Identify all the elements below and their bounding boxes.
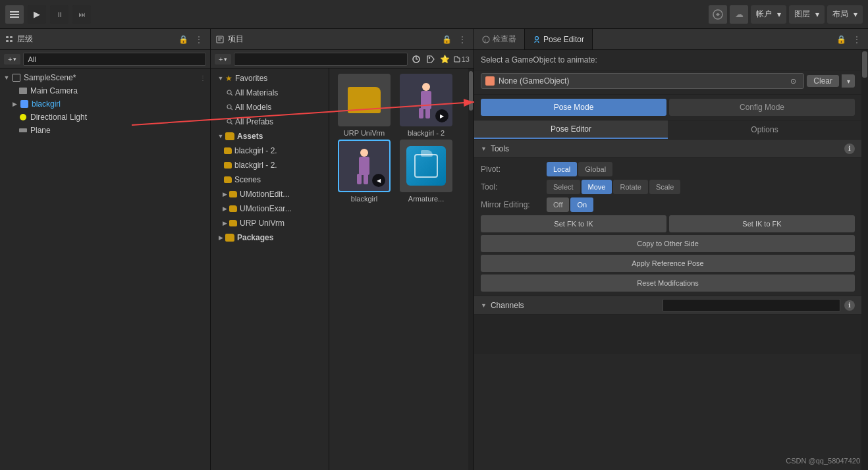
tool-scale-btn[interactable]: Scale (649, 180, 681, 194)
pivot-global-btn[interactable]: Global (578, 162, 612, 176)
asset-item-urp-univrm[interactable]: URP UniVrm (335, 74, 394, 137)
project-icon2-btn[interactable] (425, 53, 437, 65)
clear-button[interactable]: Clear (807, 75, 839, 87)
favorites-expand: ▼ (216, 75, 225, 82)
reset-mods-btn[interactable]: Reset Modifcations (481, 274, 855, 292)
channels-info-btn[interactable]: ℹ (844, 300, 855, 311)
tab-inspector[interactable]: i 检查器 (474, 29, 525, 49)
scene-icon (12, 73, 21, 82)
channels-content (474, 315, 861, 354)
umotion-exar-folder-icon (229, 205, 237, 212)
char-leg-l-2 (357, 174, 362, 184)
project-icon1-btn[interactable] (410, 53, 422, 65)
asset-item-armature[interactable]: Armature... (396, 140, 456, 203)
umotion-edit-folder-icon (229, 191, 237, 197)
tools-content: Pivot: Local Global Tool: Select Move Ro… (474, 158, 861, 296)
project-more-btn[interactable]: ⋮ (456, 34, 468, 45)
tool-rotate-btn[interactable]: Rotate (613, 180, 647, 194)
collab-button[interactable] (709, 5, 727, 24)
right-panel-scrollbar[interactable] (861, 50, 868, 470)
scene-name: SampleScene* (24, 73, 76, 82)
assets-header[interactable]: ▼ Assets (211, 129, 329, 144)
armature-pkg-box (406, 146, 446, 186)
hierarchy-item-directional-light[interactable]: Directional Light (0, 111, 210, 124)
project-icon3-btn[interactable]: ⭐ (439, 53, 451, 65)
pt-all-models[interactable]: All Models (211, 100, 329, 115)
layout-group: 布局 ▾ (827, 5, 863, 24)
pt-umotion-exar[interactable]: ▶ UMotionExar... (211, 201, 329, 216)
go-dropdown-btn[interactable]: ▾ (842, 74, 855, 88)
asset-item-blackgirl2[interactable]: ▶ blackgirl - 2 (396, 74, 456, 137)
asset-item-blackgirl[interactable]: ◀ blackgirl (335, 140, 394, 203)
tag2-icon (454, 56, 460, 63)
pe-tab-pose[interactable]: Pose Editor (474, 120, 668, 139)
tools-section-title: Tools (491, 144, 840, 153)
play-button[interactable]: ▶ (28, 5, 46, 24)
hierarchy-scene-item[interactable]: ▼ SampleScene* ⋮ (0, 71, 210, 84)
packages-header[interactable]: ▶ Packages (211, 230, 329, 245)
set-fk-to-ik-btn[interactable]: Set FK to IK (481, 215, 666, 232)
pose-mode-btn[interactable]: Pose Mode (481, 99, 666, 116)
project-lock-btn[interactable]: 🔒 (441, 34, 452, 45)
scene-expand-icon: ▼ (3, 74, 11, 82)
hierarchy-item-blackgirl[interactable]: ▶ blackgirl (0, 97, 210, 111)
go-pick-btn[interactable]: ⊙ (786, 74, 800, 88)
tab-pose-editor[interactable]: Pose Editor (525, 29, 593, 49)
project-add-btn[interactable]: +▾ (215, 54, 231, 65)
copy-other-side-btn[interactable]: Copy to Other Side (481, 235, 855, 252)
pt-blackgirl-2[interactable]: blackgirl - 2. (211, 158, 329, 172)
urp-univrm-asset-label: URP UniVrm (344, 129, 385, 137)
pt-scenes[interactable]: Scenes (211, 172, 329, 187)
right-lock-btn[interactable]: 🔒 (835, 34, 847, 45)
char-body-2 (359, 157, 369, 175)
right-more-btn[interactable]: ⋮ (851, 34, 863, 45)
pt-urp-univrm[interactable]: ▶ URP UniVrm (211, 216, 329, 230)
svg-point-13 (227, 90, 231, 94)
account-label: 帐户 (756, 9, 772, 20)
tab-spacer (593, 29, 830, 49)
panel-right-tabs: i 检查器 Pose Editor 🔒 ⋮ (474, 29, 868, 50)
set-ik-to-fk-btn[interactable]: Set IK to FK (669, 215, 855, 232)
step-button[interactable]: ⏭ (72, 5, 91, 24)
pe-tab-options[interactable]: Options (668, 120, 861, 139)
project-header: 项目 🔒 ⋮ (211, 29, 474, 50)
pivot-local-btn[interactable]: Local (547, 162, 577, 176)
armature-asset-label: Armature... (408, 195, 444, 203)
mirror-on-btn[interactable]: On (570, 197, 593, 212)
hierarchy-more-btn[interactable]: ⋮ (193, 34, 205, 45)
svg-rect-4 (6, 36, 9, 38)
pt-all-materials[interactable]: All Materials (211, 86, 329, 100)
apply-ref-pose-btn[interactable]: Apply Reference Pose (481, 255, 855, 272)
pause-button[interactable]: ⏸ (50, 5, 68, 24)
favorites-label: Favorites (235, 74, 267, 83)
hierarchy-item-main-camera[interactable]: Main Camera (0, 84, 210, 97)
channels-search-input[interactable] (663, 299, 840, 312)
tool-buttons: Select Move Rotate Scale (547, 180, 680, 194)
hierarchy-add-btn[interactable]: +▾ (4, 54, 20, 65)
favorites-header[interactable]: ▼ ★ Favorites (211, 71, 329, 86)
pivot-buttons: Local Global (547, 162, 612, 176)
hierarchy-search-input[interactable] (23, 53, 206, 66)
project-scrollbar[interactable] (468, 68, 474, 470)
project-search-input[interactable] (234, 53, 407, 66)
hierarchy-item-plane[interactable]: Plane (0, 124, 210, 137)
blackgirl2-asset-label: blackgirl - 2 (408, 129, 445, 137)
hierarchy-lock-btn[interactable]: 🔒 (177, 34, 189, 45)
cloud-button[interactable]: ☁ (730, 5, 748, 24)
back-overlay-2: ◀ (372, 174, 385, 187)
pt-blackgirl-1[interactable]: blackgirl - 2. (211, 144, 329, 158)
tool-move-btn[interactable]: Move (582, 180, 612, 194)
tools-info-btn[interactable]: ℹ (844, 144, 855, 154)
search-icon-1 (227, 90, 233, 96)
svg-point-15 (227, 105, 231, 109)
pt-umotion-edit[interactable]: ▶ UMotionEdit... (211, 187, 329, 201)
mirror-off-btn[interactable]: Off (547, 197, 569, 212)
pt-all-prefabs[interactable]: All Prefabs (211, 115, 329, 129)
armature-pkg-inner (414, 154, 438, 178)
directional-light-label: Directional Light (30, 113, 87, 122)
tool-select-btn[interactable]: Select (547, 180, 580, 194)
layout-label: 布局 (832, 9, 848, 20)
menu-button[interactable] (5, 5, 24, 24)
go-field[interactable]: None (GameObject) ⊙ (481, 73, 804, 89)
config-mode-btn[interactable]: Config Mode (669, 99, 855, 116)
